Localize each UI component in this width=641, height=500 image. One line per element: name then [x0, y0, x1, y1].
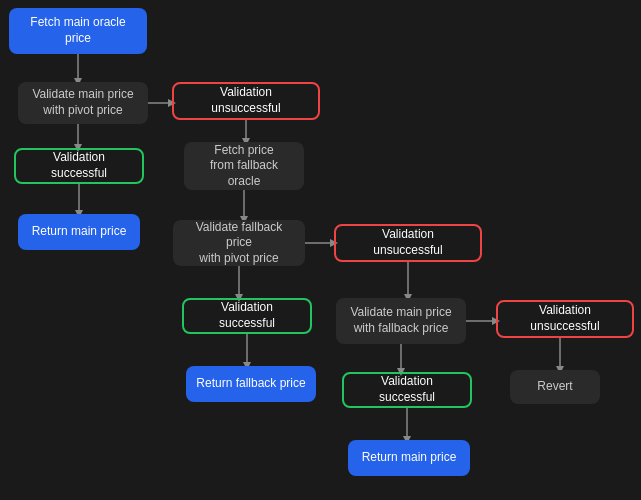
- validate-fallback-price-node: Validate fallback pricewith pivot price: [173, 220, 305, 266]
- fetch-main-oracle-node: Fetch main oracle price: [9, 8, 147, 54]
- return-fallback-price-node: Return fallback price: [186, 366, 316, 402]
- revert-node: Revert: [510, 370, 600, 404]
- validation-successful-2-node: Validation successful: [182, 298, 312, 334]
- fetch-fallback-oracle-node: Fetch pricefrom fallback oracle: [184, 142, 304, 190]
- validation-unsuccessful-2-node: Validation unsuccessful: [334, 224, 482, 262]
- validate-main-fallback-node: Validate main pricewith fallback price: [336, 298, 466, 344]
- validation-unsuccessful-1-node: Validation unsuccessful: [172, 82, 320, 120]
- validation-successful-1-node: Validation successful: [14, 148, 144, 184]
- validate-main-price-node: Validate main pricewith pivot price: [18, 82, 148, 124]
- arrows-svg: [0, 0, 641, 500]
- return-main-price-2-node: Return main price: [348, 440, 470, 476]
- flow-diagram: Fetch main oracle price Validate main pr…: [0, 0, 641, 500]
- validation-successful-3-node: Validation successful: [342, 372, 472, 408]
- validation-unsuccessful-3-node: Validation unsuccessful: [496, 300, 634, 338]
- return-main-price-1-node: Return main price: [18, 214, 140, 250]
